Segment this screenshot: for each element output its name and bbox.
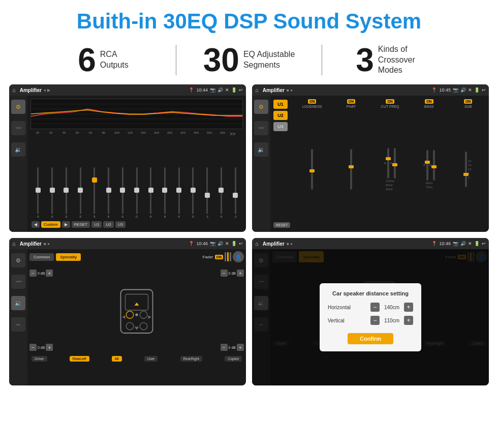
stat-eq: 30 EQ AdjustableSegments bbox=[176, 44, 322, 76]
eq-slider-6[interactable]: 0 bbox=[116, 167, 129, 218]
sidebar-vol-btn-2[interactable]: 🔉 bbox=[254, 142, 268, 157]
eq-slider-7[interactable]: 0 bbox=[130, 167, 143, 218]
sidebar-eq-btn[interactable]: ⚙ bbox=[11, 100, 25, 114]
status-icons-1: 📍 10:44 📷 🔊 ✕ 🔋 ↩ bbox=[189, 87, 243, 93]
topleft-plus[interactable]: + bbox=[46, 270, 53, 277]
u3-btn[interactable]: U3 bbox=[115, 221, 126, 228]
topleft-val: 0 dB bbox=[38, 272, 45, 275]
eq-slider-0[interactable]: 0 bbox=[32, 167, 45, 218]
battery-icon-1: 🔋 bbox=[231, 87, 237, 93]
reset-btn[interactable]: RESET bbox=[72, 221, 90, 228]
eq-slider-11[interactable]: 0 bbox=[186, 167, 200, 218]
vertical-minus-btn[interactable]: − bbox=[370, 316, 380, 325]
rearleft-btn[interactable]: RearLeft bbox=[70, 356, 89, 362]
specialty-tab[interactable]: Specialty bbox=[56, 253, 80, 261]
stat-rca: 6 RCAOutputs bbox=[30, 44, 176, 76]
home-icon-3[interactable]: ⌂ bbox=[12, 241, 16, 247]
phat-slider[interactable] bbox=[350, 110, 352, 228]
loudness-on: ON bbox=[308, 99, 317, 104]
sidebar-vol-btn-3[interactable]: 🔉 bbox=[11, 296, 25, 310]
bottomright-plus[interactable]: + bbox=[237, 344, 244, 351]
u1-crossover-btn[interactable]: U1 bbox=[273, 100, 288, 109]
crossover-content: ⚙ 〰 🔉 U1 U2 U3 RESET ON LOUDNESS bbox=[252, 96, 489, 232]
eq-slider-3[interactable]: 0 bbox=[74, 167, 87, 218]
profile-icon[interactable]: 👤 bbox=[233, 251, 244, 262]
loudness-slider[interactable] bbox=[311, 110, 313, 228]
sidebar-extra-btn-3[interactable]: ↔ bbox=[11, 317, 25, 332]
app-title-1: Amplifier bbox=[20, 87, 42, 93]
sidebar-wave-btn-2[interactable]: 〰 bbox=[254, 121, 268, 135]
common-tab[interactable]: Common bbox=[29, 253, 54, 261]
bottomright-vol: − 0 dB + bbox=[221, 344, 244, 351]
custom-btn[interactable]: Custom bbox=[41, 221, 60, 228]
u3-crossover-btn[interactable]: U3 bbox=[273, 122, 288, 131]
horizontal-plus-btn[interactable]: + bbox=[404, 303, 413, 312]
topright-minus[interactable]: − bbox=[221, 270, 228, 277]
confirm-button[interactable]: Confirm bbox=[348, 333, 393, 344]
sidebar-wave-btn-3[interactable]: 〰 bbox=[11, 275, 25, 289]
eq-slider-4[interactable]: 5 bbox=[88, 167, 101, 218]
eq-sliders-area: 0 0 0 0 5 0 0 0 0 0 0 0 -1 0 -1 bbox=[30, 139, 243, 218]
all-btn[interactable]: All bbox=[112, 356, 122, 362]
eq-freq-labels: 25 32 40 50 63 80 100 125 160 200 250 32… bbox=[30, 131, 243, 137]
volume-icon-4: 🔊 bbox=[460, 241, 466, 246]
vertical-value: 110cm bbox=[382, 318, 402, 323]
eq-slider-1[interactable]: 0 bbox=[46, 167, 59, 218]
phat-label: PHAT bbox=[347, 105, 356, 108]
eq-slider-9[interactable]: 0 bbox=[159, 167, 172, 218]
bottomleft-minus[interactable]: − bbox=[29, 344, 37, 351]
volume-icon-3: 🔊 bbox=[217, 241, 223, 246]
back-icon-3[interactable]: ↩ bbox=[239, 241, 243, 246]
sub-slider[interactable]: 20151050 bbox=[465, 110, 472, 228]
svg-point-9 bbox=[126, 322, 133, 330]
home-icon-2[interactable]: ⌂ bbox=[255, 87, 259, 93]
prev-btn[interactable]: ◀ bbox=[32, 221, 40, 228]
fader-on-badge: ON bbox=[215, 255, 224, 259]
play-btn[interactable]: ▶ bbox=[62, 221, 70, 228]
home-icon-1[interactable]: ⌂ bbox=[12, 87, 16, 93]
copilot-btn[interactable]: Copilot bbox=[225, 356, 242, 362]
eq-slider-10[interactable]: 0 bbox=[172, 167, 185, 218]
bass-slider[interactable]: F G 90Hz70Hz bbox=[423, 110, 434, 228]
sidebar-eq-btn-3[interactable]: ⚙ bbox=[11, 253, 25, 267]
eq-slider-2[interactable]: 0 bbox=[59, 167, 73, 218]
driver-btn[interactable]: Driver bbox=[32, 356, 47, 362]
eq-slider-13[interactable]: 0 bbox=[215, 167, 228, 218]
topleft-minus[interactable]: − bbox=[29, 270, 37, 277]
reset-crossover-btn[interactable]: RESET bbox=[273, 222, 290, 228]
eq-slider-14[interactable]: -1 bbox=[229, 167, 242, 218]
eq-slider-5[interactable]: 0 bbox=[102, 167, 115, 218]
back-icon-1[interactable]: ↩ bbox=[239, 87, 243, 93]
speaker-left-sidebar: ⚙ 〰 🔉 ↔ bbox=[9, 249, 27, 385]
bottomleft-plus[interactable]: + bbox=[46, 344, 53, 351]
svg-point-8 bbox=[140, 311, 147, 318]
eq-slider-8[interactable]: 0 bbox=[144, 167, 158, 218]
cutfreq-slider[interactable]: F G 100Hz80Hz60Hz bbox=[385, 110, 396, 228]
dialog-title: Car speaker distance setting bbox=[328, 290, 413, 296]
topright-plus[interactable]: + bbox=[237, 270, 244, 277]
vertical-plus-btn[interactable]: + bbox=[404, 316, 413, 325]
u2-btn[interactable]: U2 bbox=[103, 221, 113, 228]
status-bar-1: ⌂ Amplifier ● ▶ 📍 10:44 📷 🔊 ✕ 🔋 ↩ bbox=[9, 84, 246, 96]
user-btn[interactable]: User bbox=[144, 356, 158, 362]
back-icon-4[interactable]: ↩ bbox=[482, 241, 486, 246]
cutfreq-label: CUT FREQ bbox=[381, 105, 399, 108]
u2-crossover-btn[interactable]: U2 bbox=[273, 111, 288, 120]
eq-slider-12[interactable]: -1 bbox=[201, 167, 214, 218]
location-icon-4: 📍 bbox=[431, 241, 437, 246]
back-icon-2[interactable]: ↩ bbox=[482, 87, 486, 93]
sidebar-eq-btn-2[interactable]: ⚙ bbox=[254, 100, 268, 114]
sidebar-wave-btn[interactable]: 〰 bbox=[11, 121, 25, 135]
sidebar-vol-btn[interactable]: 🔉 bbox=[11, 142, 25, 157]
battery-icon-3: 🔋 bbox=[231, 241, 237, 246]
app-title-3: Amplifier bbox=[20, 241, 42, 247]
eq-screen-content: ⚙ 〰 🔉 25 bbox=[9, 96, 246, 232]
horizontal-minus-btn[interactable]: − bbox=[370, 303, 380, 312]
u1-btn[interactable]: U1 bbox=[91, 221, 102, 228]
home-icon-4[interactable]: ⌂ bbox=[255, 241, 259, 247]
status-bar-3: ⌂ Amplifier ■ ● 📍 10:46 📷 🔊 ✕ 🔋 ↩ bbox=[9, 238, 246, 249]
rearright-btn[interactable]: RearRight bbox=[180, 356, 203, 362]
eq-controls-row: ◀ Custom ▶ RESET U1 U2 U3 bbox=[30, 220, 243, 229]
bottomright-minus[interactable]: − bbox=[221, 344, 228, 351]
svg-point-10 bbox=[140, 322, 147, 330]
